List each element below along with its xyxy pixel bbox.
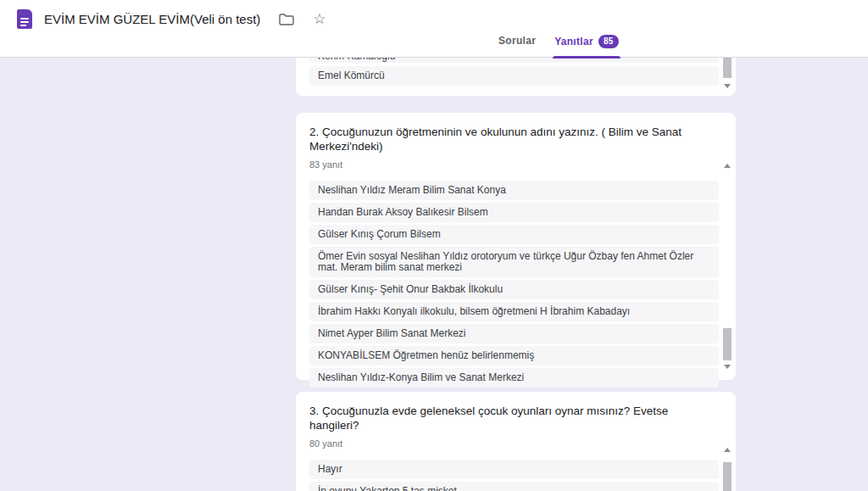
tab-questions[interactable]: Sorular: [497, 31, 537, 57]
scrollbar-card3[interactable]: [723, 445, 732, 491]
answer-row: İp oyunu,Yakartop,5 taş,misket.: [309, 482, 719, 491]
tab-bar: Sorular Yanıtlar 85: [497, 31, 620, 57]
answer-row: Handan Burak Aksoy Balıkesir Bilsem: [309, 203, 719, 222]
star-icon[interactable]: ☆: [313, 12, 326, 26]
answer-list: Hayırİp oyunu,Yakartop,5 taş,misket.: [309, 460, 719, 491]
scroll-down-icon[interactable]: [724, 84, 731, 88]
scrollbar-thumb[interactable]: [723, 462, 732, 491]
tab-responses-label: Yanıtlar: [554, 36, 593, 47]
app-header: EVİM EVİM GÜZEL EVİM(Veli ön test) ☆ Sor…: [0, 0, 868, 58]
answer-row: KONYABİLSEM Öğretmen henüz belirlenmemiş: [309, 346, 719, 365]
scroll-down-icon[interactable]: [724, 365, 731, 369]
move-folder-icon[interactable]: [279, 14, 294, 25]
response-card-question2: 2. Çocuğunuzun öğretmeninin ve okulunun …: [296, 113, 736, 380]
answer-row: Gülser Kınış- Şehit Onur Bakbak İlkokulu: [309, 280, 719, 299]
tab-questions-label: Sorular: [498, 35, 536, 47]
scrollbar-card2[interactable]: [723, 161, 732, 371]
response-card-question1: Kerim Kamaloğlu Emel Kömürcü: [296, 58, 736, 96]
scrollbar-thumb[interactable]: [723, 58, 732, 78]
answer-row: Emel Kömürcü: [309, 66, 719, 86]
tab-responses[interactable]: Yanıtlar 85: [553, 31, 620, 59]
answer-row: Neslihan Yıldız Meram Bilim Sanat Konya: [309, 181, 719, 200]
answer-row: Ömer Evin sosyal Neslihan Yıldız orotory…: [309, 247, 719, 277]
responses-count-badge: 85: [598, 35, 619, 48]
response-card-question3: 3. Çocuğunuzla evde geleneksel çocuk oyu…: [296, 392, 736, 491]
answer-list: Neslihan Yıldız Meram Bilim Sanat KonyaH…: [309, 181, 719, 388]
form-title[interactable]: EVİM EVİM GÜZEL EVİM(Veli ön test): [44, 12, 260, 26]
forms-doc-icon[interactable]: [17, 9, 32, 29]
answer-row-clipped: Kerim Kamaloğlu: [309, 58, 719, 63]
header-left-group: EVİM EVİM GÜZEL EVİM(Veli ön test) ☆: [17, 9, 326, 29]
answer-row: Nimet Ayper Bilim Sanat Merkezi: [309, 324, 719, 343]
answer-row: Hayır: [309, 460, 719, 479]
scroll-up-icon[interactable]: [724, 448, 731, 452]
scrollbar-card1[interactable]: [723, 58, 732, 96]
answer-row: İbrahim Hakkı Konyalı ilkokulu, bilsem ö…: [309, 302, 719, 321]
response-count: 80 yanıt: [309, 438, 722, 449]
scroll-up-icon[interactable]: [724, 164, 731, 168]
scrollbar-thumb[interactable]: [723, 328, 732, 360]
question-title: 3. Çocuğunuzla evde geleneksel çocuk oyu…: [309, 404, 722, 432]
answer-row: Neslihan Yıldız-Konya Bilim ve Sanat Mer…: [309, 368, 719, 388]
response-count: 83 yanıt: [309, 159, 722, 170]
answer-row: Gülser Kınış Çorum Bilsem: [309, 225, 719, 244]
question-title: 2. Çocuğunuzun öğretmeninin ve okulunun …: [309, 125, 722, 153]
